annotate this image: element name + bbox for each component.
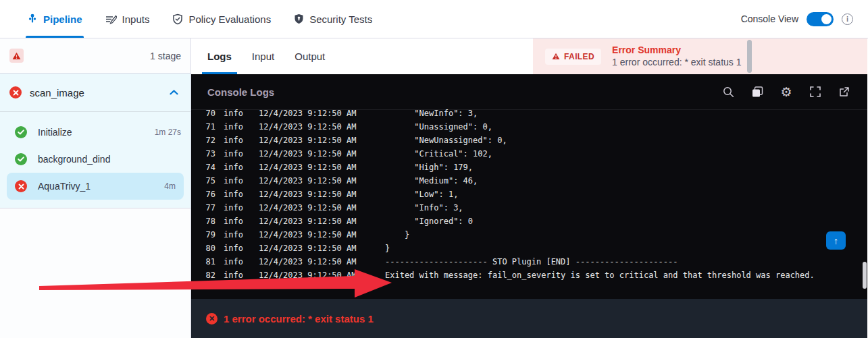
- gear-icon[interactable]: ⚙: [780, 85, 793, 98]
- log-line-number: 76: [191, 190, 215, 199]
- top-navigation: Pipeline Inputs Policy Evaluations Secur…: [0, 0, 868, 38]
- log-line-number: 79: [191, 230, 215, 240]
- log-timestamp: 12/4/2023 9:12:50 AM: [259, 163, 356, 172]
- log-timestamp: 12/4/2023 9:12:50 AM: [259, 230, 356, 240]
- log-line-number: 78: [191, 217, 215, 226]
- tab-logs[interactable]: Logs: [207, 38, 232, 74]
- chevron-up-icon[interactable]: [170, 90, 178, 95]
- log-line-number: 77: [191, 203, 215, 213]
- log-line-number: 71: [191, 122, 215, 132]
- search-icon[interactable]: [721, 85, 735, 98]
- log-message: "Info": 3,: [385, 203, 463, 213]
- log-message: "High": 179,: [385, 163, 473, 172]
- nav-tabs: Pipeline Inputs Policy Evaluations Secur…: [27, 0, 372, 38]
- step-row-aquatrivy[interactable]: AquaTrivy_1 4m: [7, 173, 184, 200]
- copy-icon[interactable]: [750, 85, 764, 98]
- error-panel-scrollbar[interactable]: [747, 40, 752, 73]
- main-panel: Logs Input Output FAILED Error Summary 1…: [191, 38, 867, 338]
- console-toolbar: ⚙: [721, 85, 851, 98]
- log-timestamp: 12/4/2023 9:12:50 AM: [259, 203, 356, 213]
- log-level: info: [224, 122, 244, 132]
- error-footer: ✕ 1 error occurred: * exit status 1: [191, 299, 867, 338]
- log-timestamp: 12/4/2023 9:12:50 AM: [259, 217, 356, 226]
- console-view-label: Console View: [741, 13, 798, 24]
- log-line-number: 82: [191, 271, 215, 280]
- log-level: info: [224, 176, 244, 186]
- log-line: 74 info 12/4/2023 9:12:50 AM "High": 179…: [191, 161, 867, 174]
- log-level: info: [224, 230, 244, 240]
- stage-failed-icon: [9, 86, 22, 98]
- log-level: info: [224, 136, 244, 145]
- log-scroll-area[interactable]: 70 info 12/4/2023 9:12:50 AM "NewInfo": …: [191, 107, 867, 282]
- stage-row-scan-image[interactable]: scan_image: [0, 74, 190, 112]
- stage-count-label: 1 stage: [150, 51, 181, 61]
- log-message: "NewUnassigned": 0,: [385, 136, 507, 145]
- log-message: }: [385, 230, 409, 240]
- log-line: 82 info 12/4/2023 9:12:50 AM Exited with…: [191, 269, 867, 282]
- log-line: 79 info 12/4/2023 9:12:50 AM }: [191, 228, 867, 242]
- log-line-number: 70: [191, 109, 215, 118]
- security-tests-icon: [294, 13, 304, 25]
- log-timestamp: 12/4/2023 9:12:50 AM: [259, 257, 356, 266]
- pipeline-icon: [27, 13, 38, 24]
- log-level: info: [224, 271, 244, 280]
- log-tabs: Logs Input Output: [191, 38, 533, 74]
- log-line-number: 75: [191, 176, 215, 186]
- log-message: "Unassigned": 0,: [385, 122, 492, 132]
- step-row-initialize[interactable]: Initialize 1m 27s: [0, 119, 190, 146]
- log-line: 70 info 12/4/2023 9:12:50 AM "NewInfo": …: [191, 107, 867, 120]
- toggle-knob: [821, 14, 832, 24]
- error-circle-icon: ✕: [206, 313, 218, 325]
- log-timestamp: 12/4/2023 9:12:50 AM: [259, 190, 356, 199]
- log-line: 77 info 12/4/2023 9:12:50 AM "Info": 3,: [191, 201, 867, 215]
- tab-input[interactable]: Input: [252, 38, 274, 74]
- open-external-icon[interactable]: [838, 85, 851, 98]
- step-failed-icon: [15, 180, 27, 192]
- log-timestamp: 12/4/2023 9:12:50 AM: [259, 136, 356, 145]
- stage-name: scan_image: [30, 87, 84, 98]
- log-line: 71 info 12/4/2023 9:12:50 AM "Unassigned…: [191, 120, 867, 134]
- failed-badge: FAILED: [545, 49, 601, 65]
- pipeline-execution-page: Pipeline Inputs Policy Evaluations Secur…: [0, 0, 868, 338]
- step-row-background-dind[interactable]: background_dind: [0, 146, 190, 173]
- error-summary-panel: FAILED Error Summary 1 error occurred: *…: [533, 38, 867, 74]
- step-name: Initialize: [38, 127, 72, 138]
- tab-security-tests[interactable]: Security Tests: [294, 0, 372, 38]
- log-line-number: 81: [191, 257, 215, 266]
- tab-inputs-label: Inputs: [122, 13, 150, 25]
- pipeline-warning-icon[interactable]: [9, 49, 24, 63]
- tab-inputs[interactable]: Inputs: [105, 0, 150, 38]
- stage-header-row: 1 stage: [0, 38, 190, 74]
- log-level: info: [224, 257, 244, 266]
- log-line: 75 info 12/4/2023 9:12:50 AM "Medium": 4…: [191, 174, 867, 188]
- console-view-toggle[interactable]: [807, 12, 834, 26]
- log-message: "Medium": 46,: [385, 176, 478, 186]
- log-level: info: [224, 203, 244, 213]
- console-header: Console Logs ⚙: [191, 74, 867, 110]
- log-message: "Low": 1,: [385, 190, 458, 199]
- log-message: Exited with message: fail_on_severity is…: [385, 271, 815, 280]
- tab-pipeline[interactable]: Pipeline: [27, 0, 82, 38]
- console-scrollbar[interactable]: [863, 262, 867, 289]
- step-success-icon: [15, 153, 27, 165]
- scroll-to-top-button[interactable]: ↑: [826, 231, 846, 250]
- tab-pipeline-label: Pipeline: [43, 13, 82, 25]
- sidebar-empty-area: [0, 208, 190, 338]
- log-line: 76 info 12/4/2023 9:12:50 AM "Low": 1,: [191, 188, 867, 201]
- console-logs-panel: Console Logs ⚙: [191, 74, 867, 297]
- tab-policy-evaluations-label: Policy Evaluations: [188, 13, 271, 25]
- step-duration: 4m: [164, 181, 176, 191]
- error-summary-text: Error Summary 1 error occurred: * exit s…: [612, 44, 741, 69]
- fullscreen-icon[interactable]: [809, 85, 822, 98]
- log-timestamp: 12/4/2023 9:12:50 AM: [259, 122, 356, 132]
- log-timestamp: 12/4/2023 9:12:50 AM: [259, 149, 356, 159]
- log-level: info: [224, 163, 244, 172]
- log-message: "Critical": 102,: [385, 149, 492, 159]
- info-icon[interactable]: i: [842, 13, 853, 25]
- log-level: info: [224, 149, 244, 159]
- log-line-number: 74: [191, 163, 215, 172]
- tab-policy-evaluations[interactable]: Policy Evaluations: [172, 0, 271, 38]
- tab-output[interactable]: Output: [295, 38, 325, 74]
- step-success-icon: [15, 126, 27, 138]
- log-line: 72 info 12/4/2023 9:12:50 AM "NewUnassig…: [191, 134, 867, 147]
